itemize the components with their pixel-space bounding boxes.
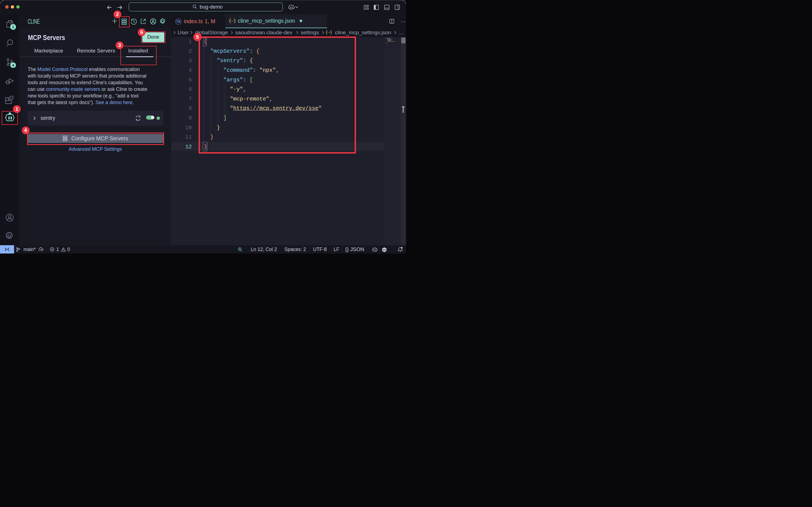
svg-text:42c: 42c	[383, 248, 386, 251]
